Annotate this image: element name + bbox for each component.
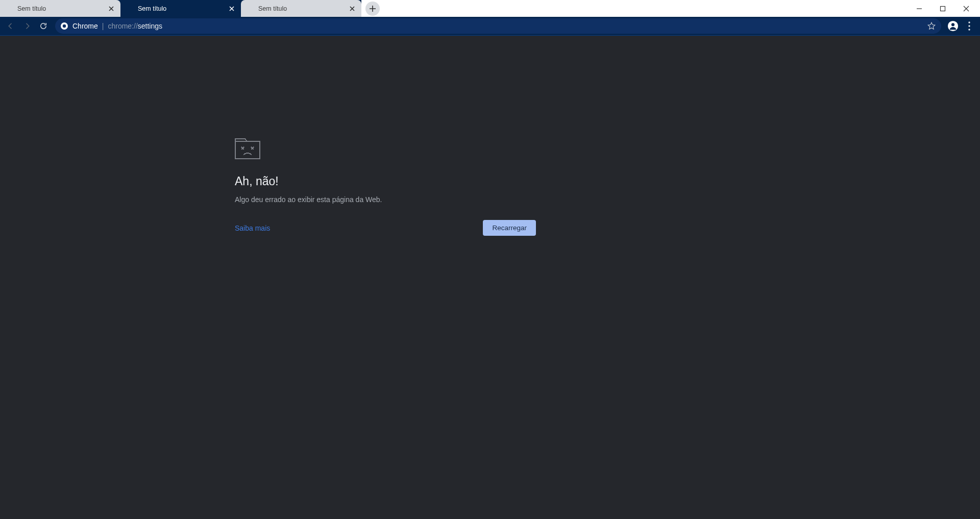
new-tab-area (361, 0, 380, 17)
svg-rect-0 (941, 6, 945, 11)
reload-page-button[interactable]: Recarregar (483, 220, 536, 236)
reload-button[interactable] (36, 18, 51, 34)
error-title: Ah, não! (235, 175, 536, 188)
forward-button[interactable] (19, 18, 35, 34)
tab-strip: Sem título Sem título Sem título (0, 0, 980, 17)
svg-rect-8 (235, 141, 260, 159)
bookmark-star-icon[interactable] (927, 21, 936, 31)
browser-tab[interactable]: Sem título (0, 0, 120, 17)
tab-title: Sem título (7, 5, 107, 12)
tab-strip-spacer (380, 0, 908, 17)
close-icon[interactable] (107, 5, 115, 13)
close-icon[interactable] (348, 5, 356, 13)
window-controls (908, 0, 980, 17)
svg-point-7 (968, 29, 970, 30)
url-text: chrome://settings (108, 22, 162, 30)
address-bar[interactable]: Chrome | chrome://settings (55, 18, 941, 34)
back-button[interactable] (3, 18, 18, 34)
browser-tab-active[interactable]: Sem título (120, 0, 241, 17)
close-icon[interactable] (228, 5, 236, 13)
error-actions: Saiba mais Recarregar (235, 220, 536, 236)
browser-tab[interactable]: Sem título (241, 0, 361, 17)
svg-point-4 (951, 23, 954, 26)
new-tab-button[interactable] (365, 2, 380, 16)
learn-more-link[interactable]: Saiba mais (235, 224, 270, 232)
minimize-button[interactable] (908, 0, 931, 17)
error-panel: Ah, não! Algo deu errado ao exibir esta … (235, 138, 536, 236)
tab-title: Sem título (248, 5, 348, 12)
svg-point-6 (968, 25, 970, 27)
svg-point-5 (968, 21, 970, 23)
tab-title: Sem título (128, 5, 228, 12)
profile-button[interactable] (945, 18, 961, 34)
site-info-icon[interactable] (60, 22, 68, 30)
maximize-button[interactable] (931, 0, 954, 17)
close-window-button[interactable] (954, 0, 978, 17)
sad-folder-icon (235, 138, 536, 161)
browser-toolbar: Chrome | chrome://settings (0, 17, 980, 35)
error-message: Algo deu errado ao exibir esta página da… (235, 195, 536, 204)
page-content: Ah, não! Algo deu errado ao exibir esta … (0, 36, 980, 519)
svg-point-2 (63, 24, 66, 28)
kebab-menu-icon[interactable] (962, 18, 977, 34)
origin-separator: | (102, 22, 104, 30)
origin-label: Chrome (72, 22, 98, 30)
